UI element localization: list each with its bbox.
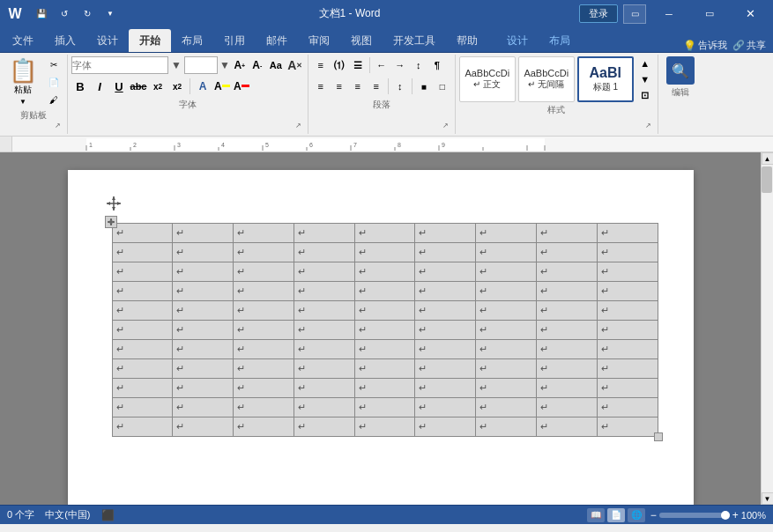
increase-indent-button[interactable]: → (391, 56, 409, 74)
clear-format-button[interactable]: A✕ (286, 56, 304, 74)
table-cell[interactable]: ↵ (536, 379, 597, 398)
table-cell[interactable]: ↵ (294, 398, 354, 417)
table-cell[interactable]: ↵ (112, 379, 173, 398)
paragraph-expand-icon[interactable]: ↗ (442, 122, 453, 132)
table-row[interactable]: ↵↵↵↵↵↵↵↵↵ (112, 301, 658, 321)
table-cell[interactable]: ↵ (294, 282, 354, 301)
scroll-up-arrow[interactable]: ▲ (762, 152, 774, 165)
font-name-dropdown-icon[interactable]: ▼ (171, 59, 182, 71)
styles-expand-btn[interactable]: ⊡ (636, 88, 654, 102)
zoom-thumb[interactable] (721, 511, 730, 520)
table-cell[interactable]: ↵ (112, 301, 173, 321)
styles-expand-icon[interactable]: ↗ (645, 122, 656, 132)
show-marks-button[interactable]: ¶ (428, 56, 446, 74)
table-cell[interactable]: ↵ (597, 321, 658, 340)
superscript-button[interactable]: x2 (168, 78, 186, 95)
table-cell[interactable]: ↵ (294, 321, 354, 340)
table-cell[interactable]: ↵ (112, 417, 173, 437)
table-cell[interactable]: ↵ (294, 417, 354, 437)
clipboard-expand-icon[interactable]: ↗ (55, 122, 65, 132)
line-spacing-button[interactable]: ↕ (391, 78, 409, 95)
table-cell[interactable]: ↵ (536, 224, 597, 243)
table-cell[interactable]: ↵ (294, 301, 354, 321)
table-cell[interactable]: ↵ (112, 224, 173, 243)
table-cell[interactable]: ↵ (173, 224, 234, 243)
table-cell[interactable]: ↵ (173, 243, 234, 262)
table-cell[interactable]: ↵ (597, 340, 658, 359)
table-cell[interactable]: ↵ (476, 282, 537, 301)
table-cell[interactable]: ↵ (112, 398, 173, 417)
table-cell[interactable]: ↵ (234, 243, 294, 262)
shrink-font-button[interactable]: A- (249, 56, 265, 74)
styles-scroll-down-btn[interactable]: ▼ (636, 72, 654, 86)
styles-scroll-up-btn[interactable]: ▲ (636, 56, 654, 70)
table-cell[interactable]: ↵ (597, 282, 658, 301)
table-cell[interactable]: ↵ (536, 417, 597, 437)
change-case-button[interactable]: Aa (267, 56, 285, 74)
table-cell[interactable]: ↵ (536, 301, 597, 321)
align-left-button[interactable]: ≡ (312, 78, 330, 95)
copy-button[interactable]: 📄 (44, 74, 63, 90)
table-cell[interactable]: ↵ (415, 340, 476, 359)
tab-review[interactable]: 审阅 (298, 29, 340, 52)
table-cell[interactable]: ↵ (354, 243, 415, 262)
page-view-btn[interactable]: 📄 (607, 508, 625, 522)
table-cell[interactable]: ↵ (234, 301, 294, 321)
table-cell[interactable]: ↵ (597, 224, 658, 243)
tab-insert[interactable]: 插入 (44, 29, 86, 52)
scroll-thumb[interactable] (762, 166, 772, 193)
table-cell[interactable]: ↵ (234, 340, 294, 359)
table-cell[interactable]: ↵ (112, 243, 173, 262)
table-cell[interactable]: ↵ (415, 243, 476, 262)
align-center-button[interactable]: ≡ (331, 78, 348, 95)
subscript-button[interactable]: x2 (149, 78, 167, 95)
table-cell[interactable]: ↵ (173, 417, 234, 437)
table-cell[interactable]: ↵ (294, 340, 354, 359)
table-cell[interactable]: ↵ (476, 417, 537, 437)
table-cell[interactable]: ↵ (536, 359, 597, 379)
strikethrough-button[interactable]: abc (130, 78, 147, 95)
zoom-plus-btn[interactable]: + (732, 509, 739, 521)
font-expand-icon[interactable]: ↗ (295, 122, 306, 132)
table-cell[interactable]: ↵ (294, 262, 354, 282)
bold-button[interactable]: B (71, 78, 89, 95)
table-cell[interactable]: ↵ (354, 301, 415, 321)
table-cell[interactable]: ↵ (536, 282, 597, 301)
table-resize-handle[interactable] (654, 432, 663, 441)
table-move-handle[interactable] (105, 216, 117, 228)
font-name-select[interactable] (71, 56, 168, 74)
underline-button[interactable]: U (110, 78, 128, 95)
table-cell[interactable]: ↵ (476, 262, 537, 282)
table-cell[interactable]: ↵ (294, 379, 354, 398)
style-no-spacing-button[interactable]: AaBbCcDi ↵ 无间隔 (518, 56, 575, 102)
login-button[interactable]: 登录 (579, 4, 618, 23)
customize-quick-btn[interactable]: ▼ (100, 4, 120, 24)
table-cell[interactable]: ↵ (476, 321, 537, 340)
table-cell[interactable]: ↵ (173, 379, 234, 398)
table-cell[interactable]: ↵ (536, 262, 597, 282)
table-cell[interactable]: ↵ (112, 321, 173, 340)
table-cell[interactable]: ↵ (294, 359, 354, 379)
grow-font-button[interactable]: A+ (232, 56, 248, 74)
table-cell[interactable]: ↵ (354, 262, 415, 282)
italic-button[interactable]: I (91, 78, 108, 95)
restore-btn[interactable]: ▭ (692, 4, 727, 25)
zoom-slider[interactable] (659, 513, 730, 518)
table-cell[interactable]: ↵ (476, 379, 537, 398)
table-cell[interactable]: ↵ (234, 224, 294, 243)
shading-button[interactable]: ■ (415, 78, 433, 95)
table-cell[interactable]: ↵ (536, 340, 597, 359)
table-cell[interactable]: ↵ (415, 379, 476, 398)
scroll-down-arrow[interactable]: ▼ (762, 492, 774, 505)
table-cell[interactable]: ↵ (294, 243, 354, 262)
tab-references[interactable]: 引用 (213, 29, 256, 52)
font-color-button[interactable]: A (233, 78, 250, 95)
sort-button[interactable]: ↕ (410, 56, 427, 74)
table-cell[interactable]: ↵ (354, 359, 415, 379)
table-cell[interactable]: ↵ (112, 262, 173, 282)
table-cell[interactable]: ↵ (476, 243, 537, 262)
scroll-track[interactable] (762, 165, 774, 492)
table-row[interactable]: ↵↵↵↵↵↵↵↵↵ (112, 398, 658, 417)
read-view-btn[interactable]: 📖 (587, 508, 605, 522)
table-cell[interactable]: ↵ (415, 262, 476, 282)
